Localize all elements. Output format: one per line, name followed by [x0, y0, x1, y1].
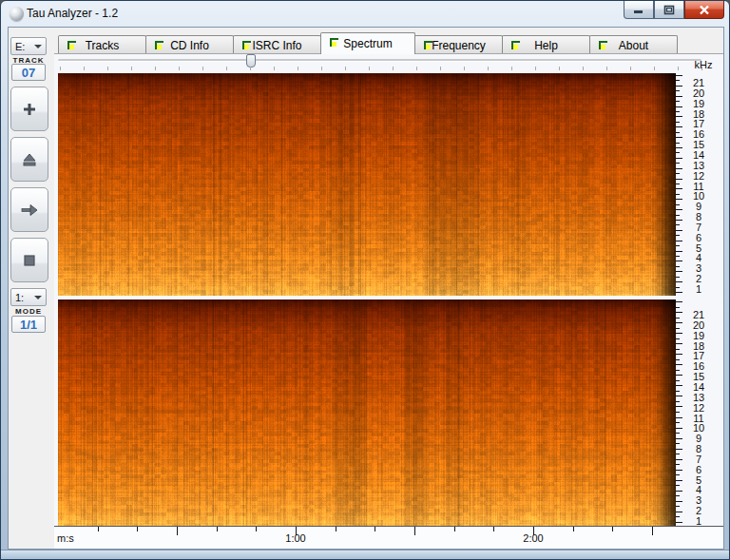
freq-label: 20	[685, 88, 712, 98]
freq-label: 12	[685, 403, 712, 413]
tab-help[interactable]: Help	[502, 35, 590, 54]
tick-mark	[155, 67, 156, 70]
tick-mark	[676, 338, 680, 339]
freq-label: 8	[685, 212, 712, 222]
tick-mark	[298, 67, 298, 70]
tick-mark	[676, 401, 680, 402]
freq-label: 10	[685, 191, 712, 201]
tick-mark	[414, 527, 415, 535]
tick-mark	[676, 385, 682, 386]
mode-label: MODE	[9, 307, 48, 316]
position-slider-track[interactable]	[58, 59, 701, 62]
tick-mark	[676, 318, 680, 319]
time-axis-unit: m:s	[57, 532, 74, 544]
tick-mark	[676, 380, 680, 381]
play-button[interactable]	[10, 187, 48, 232]
tick-mark	[676, 412, 680, 413]
tick-mark	[676, 101, 680, 102]
tick-mark	[345, 67, 346, 70]
freq-axis-unit: kHz	[687, 59, 720, 70]
tick-mark	[676, 391, 680, 392]
position-slider-thumb[interactable]	[246, 54, 256, 68]
freq-label: 1	[685, 284, 712, 294]
tick-mark	[676, 75, 682, 76]
tick-mark	[676, 375, 682, 376]
tick-mark	[676, 90, 680, 91]
time-axis: m:s 1:002:00	[54, 526, 723, 549]
tick-mark	[676, 126, 682, 127]
tick-mark	[676, 343, 682, 344]
tick-mark	[676, 220, 682, 221]
minimize-button[interactable]	[624, 1, 654, 19]
tick-mark	[84, 67, 85, 70]
freq-label: 5	[685, 475, 712, 485]
close-button[interactable]	[684, 1, 724, 19]
tick-mark	[535, 67, 536, 70]
tick-mark	[375, 527, 375, 531]
tab-about[interactable]: About	[589, 35, 678, 54]
tab-label: Spectrum	[343, 37, 392, 50]
tick-mark	[107, 67, 108, 70]
tick-mark	[676, 235, 680, 236]
app-window: Tau Analyzer - 1.2 E: TRACK 07	[0, 0, 730, 560]
drive-select[interactable]: E:	[10, 37, 47, 55]
stop-button[interactable]	[10, 238, 48, 282]
tab-cd-info[interactable]: CD Info	[145, 35, 234, 54]
freq-label: 17	[685, 119, 712, 128]
tick-mark	[676, 147, 682, 148]
tick-mark	[676, 428, 682, 429]
freq-label: 13	[685, 161, 712, 170]
tick-mark	[583, 67, 584, 70]
tick-mark	[678, 67, 679, 70]
tick-mark	[676, 188, 682, 189]
freq-label: 18	[685, 109, 712, 119]
window-controls	[624, 1, 724, 19]
tick-mark	[676, 287, 680, 288]
close-icon	[699, 5, 710, 15]
tick-mark	[60, 67, 61, 70]
titlebar[interactable]: Tau Analyzer - 1.2	[1, 1, 730, 28]
tick-mark	[676, 396, 682, 396]
track-number-display: 07	[11, 64, 46, 81]
tick-mark	[676, 281, 682, 282]
freq-label: 18	[685, 341, 712, 351]
freq-label: 4	[685, 253, 712, 262]
time-label: 1:00	[285, 532, 305, 544]
freq-label: 8	[685, 444, 712, 454]
tab-label: About	[619, 39, 648, 52]
freq-label: 12	[685, 171, 712, 181]
maximize-button[interactable]	[654, 1, 684, 19]
freq-label: 19	[685, 331, 712, 340]
tick-mark	[676, 495, 680, 496]
tick-mark	[137, 527, 138, 531]
eject-button[interactable]	[10, 137, 48, 182]
plus-icon	[22, 102, 37, 117]
tick-mark	[177, 527, 178, 535]
tab-indicator-icon	[242, 41, 251, 49]
window-title: Tau Analyzer - 1.2	[27, 7, 118, 20]
tab-isrc-info[interactable]: ISRC Info	[233, 35, 321, 54]
tick-mark	[676, 261, 682, 261]
tick-mark	[676, 209, 682, 210]
tab-indicator-icon	[330, 38, 338, 47]
tick-mark	[559, 67, 560, 70]
freq-label: 10	[685, 423, 712, 433]
tab-label: CD Info	[170, 39, 209, 52]
tick-mark	[676, 251, 682, 252]
minimize-icon	[633, 5, 644, 14]
freq-label: 11	[685, 182, 712, 191]
arrow-right-icon	[21, 203, 38, 217]
tick-mark	[217, 527, 218, 531]
tick-mark	[676, 422, 680, 423]
plus-button[interactable]	[10, 87, 48, 131]
tick-mark	[250, 67, 251, 70]
tab-spectrum[interactable]: Spectrum	[320, 32, 415, 54]
mode-select[interactable]: 1:	[10, 288, 47, 306]
tick-mark	[676, 183, 680, 184]
freq-label: 3	[685, 495, 712, 505]
tick-mark	[676, 86, 682, 87]
tab-frequency[interactable]: Frequency	[414, 35, 503, 54]
freq-label: 6	[685, 233, 712, 242]
tab-tracks[interactable]: Tracks	[58, 35, 146, 54]
freq-label: 21	[685, 310, 712, 319]
